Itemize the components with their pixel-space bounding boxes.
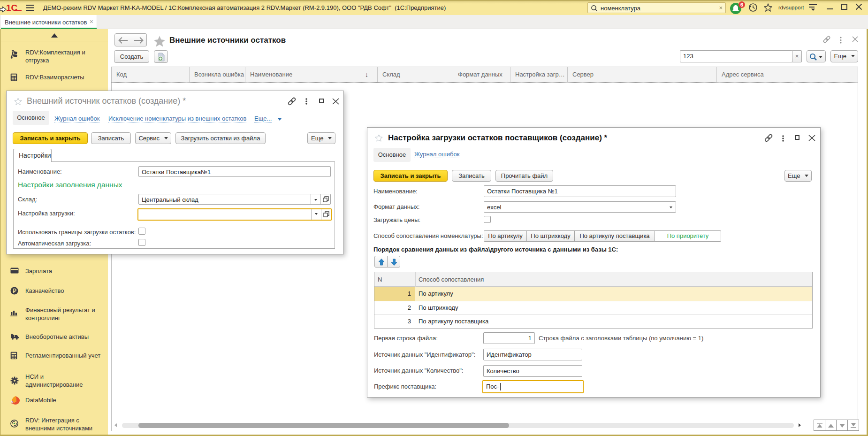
svg-text:6: 6 [740,2,743,8]
svg-text:M: M [11,401,14,404]
